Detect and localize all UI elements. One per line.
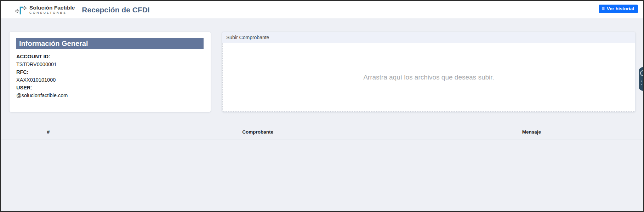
page-title: Recepción de CFDI <box>82 6 149 14</box>
general-info-panel: Información General ACCOUNT ID: TSTDRV00… <box>10 32 211 112</box>
column-header-mensaje: Mensaje <box>420 129 643 135</box>
top-header: Solución Factible CONSULTORES Recepción … <box>1 1 643 18</box>
user-label: USER: <box>16 84 204 92</box>
list-icon: ≡ <box>602 6 605 11</box>
rfc-value: XAXX010101000 <box>16 76 204 84</box>
logo: Solución Factible CONSULTORES <box>15 3 75 17</box>
main-content: Información General ACCOUNT ID: TSTDRV00… <box>1 32 643 140</box>
logo-icon <box>15 3 27 17</box>
results-table-header: # Comprobante Mensaje <box>1 124 643 140</box>
column-header-number: # <box>1 129 96 135</box>
app-window: Solución Factible CONSULTORES Recepción … <box>0 0 644 212</box>
rfc-label: RFC: <box>16 68 204 76</box>
help-icon <box>640 70 644 76</box>
info-panel-title: Información General <box>16 38 204 49</box>
upload-panel-title: Subir Comprobante <box>222 32 635 43</box>
cards-row: Información General ACCOUNT ID: TSTDRV00… <box>10 32 636 112</box>
logo-text-primary: Solución Factible <box>29 5 75 11</box>
help-widget-text-fragment <box>641 81 642 82</box>
view-history-button[interactable]: ≡ Ver historial <box>599 5 638 13</box>
column-header-comprobante: Comprobante <box>96 129 420 135</box>
user-value: @solucionfactible.com <box>16 92 204 99</box>
logo-text: Solución Factible CONSULTORES <box>29 5 75 14</box>
info-fields: ACCOUNT ID: TSTDRV0000001 RFC: XAXX01010… <box>16 53 204 99</box>
account-id-label: ACCOUNT ID: <box>16 53 204 60</box>
logo-text-secondary: CONSULTORES <box>29 11 75 14</box>
help-widget[interactable] <box>639 67 643 91</box>
upload-panel: Subir Comprobante Arrastra aquí los arch… <box>222 32 636 112</box>
help-widget-text-fragment <box>641 84 642 85</box>
dropzone-hint: Arrastra aquí los archivos que deseas su… <box>363 73 494 81</box>
account-id-value: TSTDRV0000001 <box>16 60 204 68</box>
view-history-label: Ver historial <box>607 6 634 11</box>
file-dropzone[interactable]: Arrastra aquí los archivos que deseas su… <box>222 43 635 112</box>
